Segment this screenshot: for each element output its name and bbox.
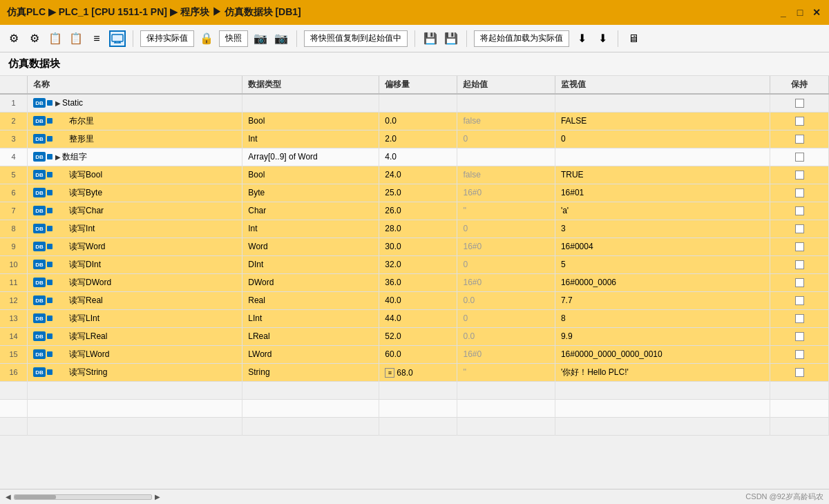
empty-cell	[28, 399, 242, 417]
toolbar-icon-list[interactable]: ≡	[88, 30, 105, 47]
toolbar-icon-lock[interactable]: 🔒	[198, 30, 215, 47]
row-start-value[interactable]: 0.0	[457, 327, 555, 345]
empty-cell	[457, 399, 555, 417]
hold-checkbox[interactable]	[795, 242, 804, 251]
row-hold[interactable]	[770, 112, 829, 130]
row-start-value[interactable]	[457, 148, 555, 166]
row-hold[interactable]	[770, 202, 829, 220]
hold-checkbox[interactable]	[795, 278, 804, 287]
table-row[interactable]: 9DB读写WordWord30.016#016#0004	[0, 238, 829, 255]
expand-icon[interactable]: ▶	[55, 99, 61, 107]
hold-checkbox[interactable]	[795, 314, 804, 323]
table-row[interactable]: 2DB布尔里Bool0.0falseFALSE	[0, 112, 829, 130]
row-hold[interactable]	[770, 309, 829, 327]
table-row[interactable]: 6DB读写ByteByte25.016#016#01	[0, 184, 829, 202]
row-dot-icon	[47, 369, 53, 375]
row-hold[interactable]	[770, 94, 829, 112]
table-row[interactable]: 7DB读写CharChar26.0'''a'	[0, 202, 829, 220]
row-hold[interactable]	[770, 273, 829, 291]
toolbar-icon-monitor[interactable]	[109, 30, 126, 47]
toolbar-icon-copy[interactable]: 📋	[47, 30, 64, 47]
minimize-button[interactable]: _	[778, 7, 789, 18]
row-start-value[interactable]: 0	[457, 130, 555, 148]
hold-checkbox[interactable]	[795, 350, 804, 359]
row-hold[interactable]	[770, 363, 829, 381]
close-button[interactable]: ✕	[811, 7, 822, 18]
row-hold[interactable]	[770, 291, 829, 309]
hold-checkbox[interactable]	[795, 206, 804, 215]
hold-checkbox[interactable]	[795, 135, 804, 144]
row-hold[interactable]	[770, 220, 829, 238]
row-start-value[interactable]: ''	[457, 202, 555, 220]
row-start-value[interactable]: 0	[457, 255, 555, 273]
table-row[interactable]: 12DB读写RealReal40.00.07.7	[0, 291, 829, 309]
row-start-value[interactable]: 16#0	[457, 345, 555, 363]
empty-cell	[379, 381, 457, 399]
table-row[interactable]: 4DB▶数组字Array[0..9] of Word4.0	[0, 148, 829, 166]
toolbar-icon-extra[interactable]: 🖥	[625, 30, 642, 47]
row-hold[interactable]	[770, 255, 829, 273]
row-number: 12	[0, 291, 28, 309]
table-row[interactable]: 8DB读写IntInt28.003	[0, 220, 829, 238]
hold-checkbox[interactable]	[795, 117, 804, 126]
table-row[interactable]: 3DB整形里Int2.000	[0, 130, 829, 148]
toolbar-icon-load1[interactable]: 💾	[422, 30, 439, 47]
table-row[interactable]: 10DB读写DIntDInt32.005	[0, 255, 829, 273]
row-hold[interactable]	[770, 166, 829, 184]
row-hold[interactable]	[770, 148, 829, 166]
hold-checkbox[interactable]	[795, 171, 804, 180]
hold-checkbox[interactable]	[795, 368, 804, 377]
horizontal-scrollbar[interactable]: ◀ ▶	[6, 493, 160, 501]
expand-icon[interactable]: ▶	[55, 153, 61, 161]
row-start-value[interactable]: ''	[457, 363, 555, 381]
toolbar-icon-snap2[interactable]: 📷	[273, 30, 289, 47]
maximize-button[interactable]: □	[794, 7, 806, 18]
row-start-value[interactable]: false	[457, 166, 555, 184]
toolbar-icon-paste[interactable]: 📋	[68, 30, 84, 47]
hold-checkbox[interactable]	[795, 99, 804, 108]
window-controls[interactable]: _ □ ✕	[778, 7, 822, 18]
row-start-value[interactable]	[457, 94, 555, 112]
row-start-value[interactable]: 16#0	[457, 238, 555, 255]
hold-checkbox[interactable]	[795, 188, 804, 197]
copy-snapshot-button[interactable]: 将快照值复制到起始值中	[304, 30, 408, 47]
table-row[interactable]: 5DB读写BoolBool24.0falseTRUE	[0, 166, 829, 184]
table-row[interactable]: 16DB读写StringString≡68.0'''你好！Hello PLC!'	[0, 363, 829, 381]
scroll-right-button[interactable]: ▶	[155, 493, 160, 501]
table-row[interactable]: 15DB读写LWordLWord60.016#016#0000_0000_000…	[0, 345, 829, 363]
hold-checkbox[interactable]	[795, 260, 804, 269]
scroll-left-button[interactable]: ◀	[6, 493, 11, 501]
keep-actual-button[interactable]: 保持实际值	[140, 30, 194, 47]
scroll-track[interactable]	[14, 494, 152, 500]
row-start-value[interactable]: false	[457, 112, 555, 130]
row-hold[interactable]	[770, 345, 829, 363]
snapshot-button[interactable]: 快照	[219, 30, 248, 47]
row-hold[interactable]	[770, 184, 829, 202]
row-start-value[interactable]: 0	[457, 220, 555, 238]
row-offset: 0.0	[379, 112, 457, 130]
row-start-value[interactable]: 0	[457, 309, 555, 327]
table-row[interactable]: 1DB▶Static	[0, 94, 829, 112]
load-start-button[interactable]: 将起始值加载为实际值	[474, 30, 569, 47]
toolbar-icon-snap1[interactable]: 📷	[252, 30, 269, 47]
toolbar-icon-2[interactable]: ⚙	[26, 30, 43, 47]
table-row[interactable]: 13DB读写LIntLInt44.008	[0, 309, 829, 327]
row-offset: 32.0	[379, 255, 457, 273]
hold-checkbox[interactable]	[795, 224, 804, 233]
table-row[interactable]: 14DB读写LRealLReal52.00.09.9	[0, 327, 829, 345]
toolbar-icon-load2[interactable]: 💾	[443, 30, 459, 47]
row-start-value[interactable]: 16#0	[457, 273, 555, 291]
row-hold[interactable]	[770, 238, 829, 255]
row-start-value[interactable]: 16#0	[457, 184, 555, 202]
row-hold[interactable]	[770, 130, 829, 148]
row-number: 15	[0, 345, 28, 363]
hold-checkbox[interactable]	[795, 153, 804, 162]
row-start-value[interactable]: 0.0	[457, 291, 555, 309]
hold-checkbox[interactable]	[795, 332, 804, 341]
row-hold[interactable]	[770, 327, 829, 345]
toolbar-icon-down1[interactable]: ⬇	[573, 30, 590, 47]
hold-checkbox[interactable]	[795, 296, 804, 305]
table-row[interactable]: 11DB读写DWordDWord36.016#016#0000_0006	[0, 273, 829, 291]
toolbar-icon-down2[interactable]: ⬇	[594, 30, 611, 47]
toolbar-icon-1[interactable]: ⚙	[6, 30, 22, 47]
